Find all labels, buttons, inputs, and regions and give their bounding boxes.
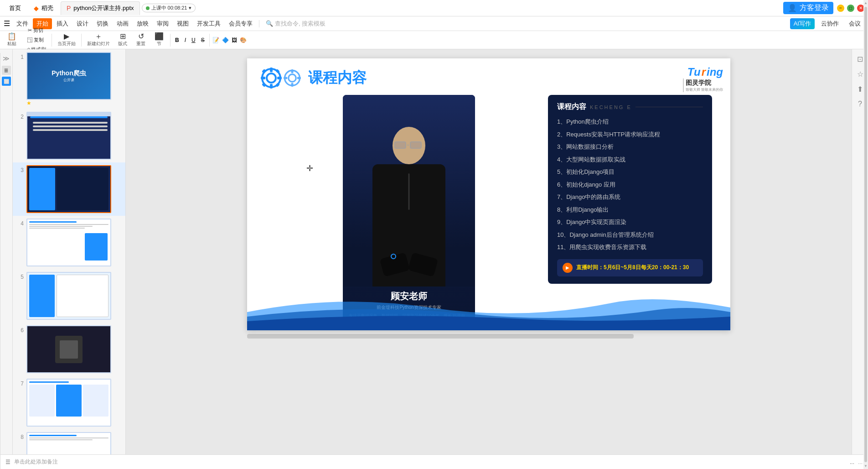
page-info: ... bbox=[850, 459, 854, 465]
play-btn-icon: ▶ bbox=[563, 263, 573, 273]
toolbar-sep-2 bbox=[81, 34, 82, 47]
menu-meeting[interactable]: 会议 bbox=[845, 18, 864, 29]
section-button[interactable]: ⬛ 节 bbox=[151, 32, 167, 48]
menu-cloud[interactable]: 云协作 bbox=[817, 18, 842, 29]
course-content-panel: 课程内容 KECHENG E 1、Python爬虫介绍 2、Requests安装… bbox=[548, 95, 712, 284]
login-button[interactable]: 👤 方客登录 bbox=[783, 2, 833, 14]
menu-view[interactable]: 视图 bbox=[173, 18, 192, 29]
copy-button[interactable]: ⿹ 复制 bbox=[22, 36, 49, 44]
text-box-icon: 📝 bbox=[212, 37, 219, 43]
slide-thumbnail-2[interactable]: 2 bbox=[13, 109, 125, 162]
font-italic[interactable]: I bbox=[183, 36, 188, 44]
slide-thumbnail-3[interactable]: 3 bbox=[13, 162, 125, 216]
svg-rect-4 bbox=[261, 77, 265, 79]
dot-indicator bbox=[391, 254, 396, 259]
paste-button[interactable]: 📋 粘贴 bbox=[4, 32, 20, 48]
tab-home[interactable]: 首页 bbox=[4, 1, 26, 15]
outline-view-button[interactable]: ☰ bbox=[2, 66, 11, 75]
course-item-4: 4、大型网站数据抓取实战 bbox=[557, 155, 703, 164]
menu-bar: ☰ 文件 开始 插入 设计 切换 动画 放映 审阅 视图 开发工具 会员专享 🔍… bbox=[0, 16, 868, 31]
login-label: 方客登录 bbox=[800, 3, 829, 13]
gear-icon-2 bbox=[284, 69, 301, 87]
menu-ai[interactable]: AI写作 bbox=[790, 18, 815, 29]
slide-thumbnail-8[interactable]: 8 bbox=[13, 429, 125, 454]
window-controls: − □ ✕ bbox=[837, 5, 864, 12]
live-chevron: ▾ bbox=[189, 5, 191, 11]
logo-turing-ing: ing bbox=[707, 66, 723, 78]
user-icon: 👤 bbox=[788, 4, 797, 12]
scroll-down[interactable]: ▼ bbox=[864, 464, 868, 468]
help-button[interactable]: ? bbox=[856, 98, 864, 110]
play-icon: ▶ bbox=[64, 33, 69, 40]
menu-review[interactable]: 审阅 bbox=[153, 18, 172, 29]
vertical-scrollbar[interactable]: ▲ ▼ bbox=[863, 0, 868, 469]
scrollbar-thumb bbox=[247, 334, 634, 339]
course-item-9: 9、Django中实现页面渲染 bbox=[557, 218, 703, 227]
tab-pptx[interactable]: P python公开课主持.pptx bbox=[61, 1, 140, 15]
bottom-bar: ☰ 单击此处添加备注 ... ... bbox=[0, 454, 868, 469]
slide-img-8 bbox=[26, 432, 111, 454]
notes-placeholder[interactable]: 单击此处添加备注 bbox=[14, 458, 58, 466]
tab-daoke[interactable]: ◆ 稻壳 bbox=[28, 1, 59, 15]
new-slide-button[interactable]: ＋ 新建幻灯片 bbox=[84, 32, 113, 48]
menu-insert[interactable]: 插入 bbox=[53, 18, 72, 29]
teacher-photo-area bbox=[343, 95, 475, 287]
menu-design[interactable]: 设计 bbox=[73, 18, 92, 29]
live-status-badge[interactable]: 上课中 00:08:21 ▾ bbox=[142, 4, 196, 12]
reset-button[interactable]: ↺ 重置 bbox=[133, 32, 149, 48]
slide-num-6: 6 bbox=[16, 327, 24, 334]
slide-view-button[interactable]: ⬜ bbox=[2, 77, 11, 86]
svg-point-11 bbox=[289, 74, 296, 82]
tab-daoke-label: 稻壳 bbox=[41, 4, 53, 12]
svg-rect-5 bbox=[277, 77, 282, 79]
svg-point-1 bbox=[267, 73, 276, 83]
gear-icon-1 bbox=[261, 68, 282, 89]
scroll-up[interactable]: ▲ bbox=[864, 1, 868, 5]
minimize-button[interactable]: − bbox=[837, 5, 844, 12]
slide-num-8: 8 bbox=[16, 434, 24, 440]
slide-canvas: 课程内容 Tu r ing 图灵学院 致敬大师 致敬未来的你 bbox=[247, 58, 730, 330]
right-panel-border bbox=[0, 53, 0, 469]
canvas-area: 课程内容 Tu r ing 图灵学院 致敬大师 致敬未来的你 bbox=[126, 49, 852, 454]
start-slide-button[interactable]: ▶ 当页开始 bbox=[55, 32, 78, 48]
wave-area bbox=[247, 285, 730, 330]
paste-icon: 📋 bbox=[7, 33, 16, 40]
toggle-panel-button[interactable]: ≫ bbox=[1, 53, 11, 64]
slide-img-4 bbox=[26, 219, 111, 266]
course-item-3: 3、网站数据接口分析 bbox=[557, 142, 703, 151]
layout-button[interactable]: ⊞ 版式 bbox=[114, 32, 131, 48]
fill-icon: 🎨 bbox=[240, 37, 247, 43]
slide-thumbnail-4[interactable]: 4 bbox=[13, 216, 125, 269]
live-time-bar: ▶ 直播时间：5月6日~5月8日每天20：00-21：30 bbox=[557, 259, 703, 276]
font-strikethrough[interactable]: S bbox=[199, 36, 207, 44]
horizontal-scrollbar[interactable] bbox=[247, 334, 730, 339]
menu-dev[interactable]: 开发工具 bbox=[193, 18, 224, 29]
cut-button[interactable]: ✂ 剪切 bbox=[22, 26, 49, 35]
font-underline[interactable]: U bbox=[190, 36, 197, 44]
shape-icon: 🔷 bbox=[222, 37, 229, 43]
maximize-button[interactable]: □ bbox=[847, 5, 854, 12]
slide-thumbnail-5[interactable]: 5 bbox=[13, 269, 125, 323]
menu-animation[interactable]: 动画 bbox=[113, 18, 132, 29]
course-item-2: 2、Requests安装与HTTP请求响应流程 bbox=[557, 130, 703, 139]
menu-vip[interactable]: 会员专享 bbox=[225, 18, 256, 29]
start-label: 当页开始 bbox=[57, 41, 76, 47]
menu-slideshow[interactable]: 放映 bbox=[133, 18, 152, 29]
reset-icon: ↺ bbox=[138, 33, 144, 40]
svg-rect-8 bbox=[262, 83, 266, 87]
slide-num-4: 4 bbox=[16, 220, 24, 227]
svg-rect-6 bbox=[262, 69, 266, 73]
svg-rect-12 bbox=[291, 69, 294, 73]
course-items-list: 1、Python爬虫介绍 2、Requests安装与HTTP请求响应流程 3、网… bbox=[557, 117, 703, 252]
font-bold[interactable]: B bbox=[173, 36, 181, 44]
course-item-1: 1、Python爬虫介绍 bbox=[557, 117, 703, 126]
menu-icon: ☰ bbox=[4, 19, 10, 28]
slide-thumbnail-6[interactable]: 6 bbox=[13, 323, 125, 376]
menu-search[interactable]: 🔍 查找命令, 搜索模板 bbox=[262, 18, 329, 29]
slide-thumbnail-1[interactable]: 1 Python爬虫 公开课 ★ bbox=[13, 49, 125, 109]
tab-home-label: 首页 bbox=[9, 4, 21, 12]
slide-thumbnail-7[interactable]: 7 bbox=[13, 376, 125, 429]
menu-transition[interactable]: 切换 bbox=[93, 18, 112, 29]
person-body bbox=[372, 164, 445, 287]
tab-pptx-label: python公开课主持.pptx bbox=[73, 4, 134, 12]
